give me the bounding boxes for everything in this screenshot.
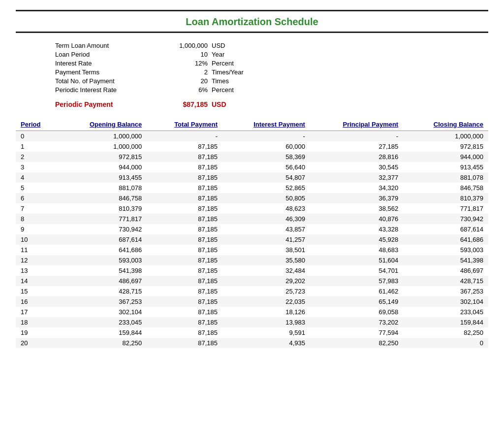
cell-17-3: 18,126 (222, 307, 310, 317)
cell-0-2: - (147, 131, 222, 142)
cell-4-3: 54,807 (222, 172, 310, 183)
table-row: 11,000,00087,18560,00027,185972,815 (16, 141, 488, 152)
cell-18-1: 233,045 (58, 317, 147, 328)
info-value-3: 2 (149, 68, 208, 76)
table-row: 3944,00087,18556,64030,545913,455 (16, 162, 488, 172)
cell-13-1: 541,398 (58, 265, 147, 276)
cell-8-4: 40,876 (310, 214, 403, 224)
info-row-2: Interest Rate 12% Percent (55, 60, 488, 67)
info-label-0: Term Loan Amount (55, 42, 149, 49)
cell-9-5: 687,614 (403, 224, 488, 234)
cell-20-2: 87,185 (147, 338, 222, 348)
cell-4-0: 4 (16, 172, 58, 183)
cell-12-4: 51,604 (310, 255, 403, 265)
cell-1-0: 1 (16, 141, 58, 152)
col-header-1: Opening Balance (58, 118, 147, 131)
cell-12-5: 541,398 (403, 255, 488, 265)
info-label-5: Periodic Interest Rate (55, 86, 149, 94)
cell-16-3: 22,035 (222, 296, 310, 307)
cell-2-2: 87,185 (147, 152, 222, 162)
cell-13-5: 486,697 (403, 265, 488, 276)
cell-13-4: 54,701 (310, 265, 403, 276)
cell-11-1: 641,686 (58, 245, 147, 255)
cell-19-1: 159,844 (58, 328, 147, 338)
cell-15-0: 15 (16, 286, 58, 296)
cell-9-4: 43,328 (310, 224, 403, 234)
cell-10-3: 41,257 (222, 234, 310, 245)
cell-16-4: 65,149 (310, 296, 403, 307)
cell-14-0: 14 (16, 276, 58, 286)
col-header-4: Principal Payment (310, 118, 403, 131)
table-row: 19159,84487,1859,59177,59482,250 (16, 328, 488, 338)
cell-3-3: 56,640 (222, 162, 310, 172)
cell-9-3: 43,857 (222, 224, 310, 234)
info-unit-2: Percent (212, 60, 234, 67)
periodic-payment-value: $87,185 (149, 100, 208, 108)
cell-2-0: 2 (16, 152, 58, 162)
amortization-table: PeriodOpening BalanceTotal PaymentIntere… (16, 118, 488, 348)
cell-8-5: 730,942 (403, 214, 488, 224)
table-row: 15428,71587,18525,72361,462367,253 (16, 286, 488, 296)
cell-8-0: 8 (16, 214, 58, 224)
cell-7-5: 771,817 (403, 203, 488, 214)
cell-0-5: 1,000,000 (403, 131, 488, 142)
cell-5-4: 34,320 (310, 183, 403, 193)
col-header-3: Interest Payment (222, 118, 310, 131)
cell-3-5: 913,455 (403, 162, 488, 172)
info-label-4: Total No. of Payment (55, 77, 149, 85)
cell-11-5: 593,003 (403, 245, 488, 255)
cell-17-1: 302,104 (58, 307, 147, 317)
cell-15-1: 428,715 (58, 286, 147, 296)
cell-3-0: 3 (16, 162, 58, 172)
cell-6-1: 846,758 (58, 193, 147, 203)
cell-9-2: 87,185 (147, 224, 222, 234)
info-value-0: 1,000,000 (149, 42, 208, 49)
info-value-1: 10 (149, 51, 208, 58)
info-row-0: Term Loan Amount 1,000,000 USD (55, 42, 488, 49)
cell-2-4: 28,816 (310, 152, 403, 162)
cell-17-0: 17 (16, 307, 58, 317)
cell-6-0: 6 (16, 193, 58, 203)
cell-20-4: 82,250 (310, 338, 403, 348)
table-row: 01,000,000---1,000,000 (16, 131, 488, 142)
cell-7-2: 87,185 (147, 203, 222, 214)
cell-16-0: 16 (16, 296, 58, 307)
title-bar: Loan Amortization Schedule (16, 10, 488, 33)
cell-8-2: 87,185 (147, 214, 222, 224)
info-value-4: 20 (149, 77, 208, 85)
info-unit-0: USD (212, 42, 225, 49)
cell-14-3: 29,202 (222, 276, 310, 286)
cell-11-2: 87,185 (147, 245, 222, 255)
cell-18-0: 18 (16, 317, 58, 328)
table-row: 13541,39887,18532,48454,701486,697 (16, 265, 488, 276)
cell-6-5: 810,379 (403, 193, 488, 203)
cell-9-1: 730,942 (58, 224, 147, 234)
cell-8-3: 46,309 (222, 214, 310, 224)
cell-18-3: 13,983 (222, 317, 310, 328)
cell-7-4: 38,562 (310, 203, 403, 214)
table-row: 4913,45587,18554,80732,377881,078 (16, 172, 488, 183)
cell-20-5: 0 (403, 338, 488, 348)
periodic-payment-row: Periodic Payment $87,185 USD (55, 100, 488, 108)
cell-13-3: 32,484 (222, 265, 310, 276)
table-row: 12593,00387,18535,58051,604541,398 (16, 255, 488, 265)
cell-19-3: 9,591 (222, 328, 310, 338)
cell-12-3: 35,580 (222, 255, 310, 265)
info-label-2: Interest Rate (55, 60, 149, 67)
info-row-3: Payment Terms 2 Times/Year (55, 68, 488, 76)
table-row: 5881,07887,18552,86534,320846,758 (16, 183, 488, 193)
cell-7-1: 810,379 (58, 203, 147, 214)
cell-17-5: 233,045 (403, 307, 488, 317)
cell-4-2: 87,185 (147, 172, 222, 183)
cell-14-2: 87,185 (147, 276, 222, 286)
page-title: Loan Amortization Schedule (16, 16, 488, 28)
periodic-payment-label: Periodic Payment (55, 100, 149, 108)
cell-20-3: 4,935 (222, 338, 310, 348)
cell-3-1: 944,000 (58, 162, 147, 172)
cell-1-5: 972,815 (403, 141, 488, 152)
cell-12-0: 12 (16, 255, 58, 265)
cell-13-0: 13 (16, 265, 58, 276)
cell-19-5: 82,250 (403, 328, 488, 338)
cell-19-0: 19 (16, 328, 58, 338)
cell-2-3: 58,369 (222, 152, 310, 162)
